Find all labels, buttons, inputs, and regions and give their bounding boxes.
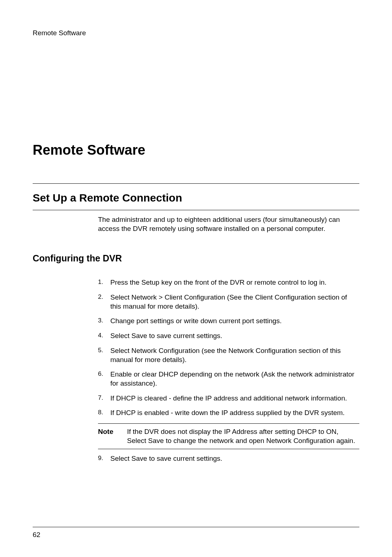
- note-label: Note: [98, 427, 127, 445]
- numbered-list: 1. Press the Setup key on the front of t…: [98, 278, 359, 418]
- list-item: 4. Select Save to save current settings.: [98, 332, 359, 341]
- note-text: If the DVR does not display the IP Addre…: [127, 427, 359, 445]
- section-divider-top: [33, 183, 359, 184]
- list-item: 3. Change port settings or write down cu…: [98, 317, 359, 326]
- section-title: Set Up a Remote Connection: [33, 192, 359, 204]
- section-divider-bottom: [33, 210, 359, 210]
- list-number: 9.: [98, 454, 110, 463]
- list-number: 5.: [98, 346, 110, 364]
- list-number: 7.: [98, 394, 110, 403]
- list-text: Select Save to save current settings.: [110, 454, 359, 463]
- list-text: Select Save to save current settings.: [110, 332, 359, 341]
- page-number: 62: [33, 531, 359, 539]
- list-text: Change port settings or write down curre…: [110, 317, 359, 326]
- list-text: Press the Setup key on the front of the …: [110, 278, 359, 287]
- list-item: 6. Enable or clear DHCP depending on the…: [98, 370, 359, 388]
- note-block: Note If the DVR does not display the IP …: [98, 423, 359, 449]
- list-number: 4.: [98, 332, 110, 341]
- list-number: 3.: [98, 317, 110, 326]
- list-text: Select Network Configuration (see the Ne…: [110, 346, 359, 364]
- list-text: Enable or clear DHCP depending on the ne…: [110, 370, 359, 388]
- footer-divider: [33, 527, 359, 527]
- list-number: 6.: [98, 370, 110, 388]
- list-text: If DHCP is cleared - define the IP addre…: [110, 394, 359, 403]
- list-item: 2. Select Network > Client Configuration…: [98, 293, 359, 311]
- list-item: 1. Press the Setup key on the front of t…: [98, 278, 359, 287]
- list-item: 7. If DHCP is cleared - define the IP ad…: [98, 394, 359, 403]
- list-number: 2.: [98, 293, 110, 311]
- running-header: Remote Software: [33, 29, 359, 37]
- list-number: 8.: [98, 408, 110, 418]
- footer: 62: [33, 527, 359, 539]
- list-text: If DHCP is enabled - write down the IP a…: [110, 408, 359, 418]
- list-item: 8. If DHCP is enabled - write down the I…: [98, 408, 359, 418]
- intro-paragraph: The administrator and up to eighteen add…: [98, 215, 359, 233]
- list-text: Select Network > Client Configuration (S…: [110, 293, 359, 311]
- list-number: 1.: [98, 278, 110, 287]
- numbered-list-continued: 9. Select Save to save current settings.: [98, 454, 359, 463]
- chapter-title: Remote Software: [33, 142, 359, 158]
- list-item: 5. Select Network Configuration (see the…: [98, 346, 359, 364]
- list-item: 9. Select Save to save current settings.: [98, 454, 359, 463]
- subsection-title: Configuring the DVR: [33, 253, 359, 264]
